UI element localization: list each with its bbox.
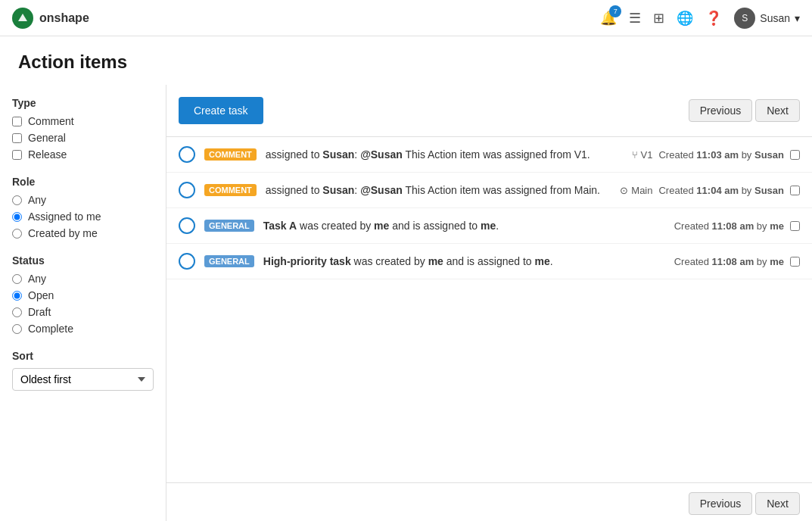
header-left: onshape [12, 8, 89, 29]
type-general-option[interactable]: General [12, 132, 154, 144]
task-tag-comment: COMMENT [204, 148, 257, 161]
role-assigned-option[interactable]: Assigned to me [12, 211, 154, 223]
sort-section: Sort Oldest first Newest first [12, 350, 154, 391]
task-meta: ⊙ Main Created 11:04 am by Susan [620, 185, 800, 196]
status-draft-label: Draft [28, 306, 51, 318]
status-open-radio[interactable] [12, 291, 22, 301]
task-checkbox[interactable] [790, 186, 800, 195]
create-task-button[interactable]: Create task [179, 97, 263, 124]
header-right: 🔔 7 ☰ ⊞ 🌐 ❓ S Susan ▾ [600, 8, 800, 29]
content-area: Create task Previous Next COMMENT assign… [166, 85, 812, 521]
branch-name: Main [631, 185, 652, 196]
role-assigned-label: Assigned to me [28, 211, 101, 223]
task-time: Created 11:08 am by me [674, 256, 784, 267]
type-release-option[interactable]: Release [12, 148, 154, 161]
role-created-label: Created by me [28, 227, 98, 239]
type-release-checkbox[interactable] [12, 150, 22, 160]
pagination-top: Previous Next [689, 99, 800, 122]
type-comment-checkbox[interactable] [12, 117, 22, 126]
role-filter-label: Role [12, 176, 154, 188]
status-complete-radio[interactable] [12, 324, 22, 334]
type-general-checkbox[interactable] [12, 133, 22, 143]
previous-button-top[interactable]: Previous [689, 99, 752, 122]
task-meta: Created 11:08 am by me [674, 220, 800, 232]
type-comment-label: Comment [28, 115, 74, 127]
previous-button-bottom[interactable]: Previous [689, 492, 752, 515]
status-draft-option[interactable]: Draft [12, 306, 154, 318]
task-time: Created 11:08 am by me [674, 220, 784, 232]
task-time: Created 11:03 am by Susan [658, 149, 784, 161]
status-complete-label: Complete [28, 323, 73, 335]
type-filter-section: Type Comment General Release [12, 97, 154, 161]
task-time: Created 11:04 am by Susan [658, 185, 784, 196]
role-any-option[interactable]: Any [12, 194, 154, 206]
task-meta: ⑂ V1 Created 11:03 am by Susan [632, 149, 800, 161]
task-status-circle[interactable] [179, 182, 195, 198]
role-created-radio[interactable] [12, 229, 22, 239]
task-checkbox[interactable] [790, 257, 800, 267]
help-icon[interactable]: ❓ [705, 10, 722, 27]
status-draft-radio[interactable] [12, 307, 22, 317]
logo-icon [12, 8, 33, 29]
role-assigned-radio[interactable] [12, 212, 22, 222]
task-list: COMMENT assigned to Susan: @Susan This A… [166, 137, 812, 482]
page-title: Action items [0, 36, 812, 85]
task-checkbox[interactable] [790, 221, 800, 231]
user-menu-chevron: ▾ [795, 12, 800, 24]
status-filter-label: Status [12, 254, 154, 267]
notification-badge: 7 [609, 5, 621, 17]
role-any-label: Any [28, 194, 46, 206]
task-text: Task A was created by me and is assigned… [263, 220, 665, 232]
task-branch: ⊙ Main [620, 185, 652, 196]
user-name: Susan [760, 12, 790, 24]
status-complete-option[interactable]: Complete [12, 323, 154, 335]
status-any-option[interactable]: Any [12, 273, 154, 285]
status-any-radio[interactable] [12, 274, 22, 284]
type-filter-label: Type [12, 97, 154, 109]
task-item: COMMENT assigned to Susan: @Susan This A… [166, 137, 812, 173]
next-button-top[interactable]: Next [755, 99, 800, 122]
user-menu[interactable]: S Susan ▾ [734, 8, 800, 29]
documents-icon[interactable]: ☰ [629, 10, 641, 27]
sidebar: Type Comment General Release Role Any [0, 85, 166, 521]
status-open-label: Open [28, 289, 54, 301]
role-filter-section: Role Any Assigned to me Created by me [12, 176, 154, 239]
task-item: COMMENT assigned to Susan: @Susan This A… [166, 173, 812, 208]
location-icon: ⊙ [620, 185, 628, 196]
branch-name: V1 [641, 149, 653, 161]
pagination-bottom: Previous Next [689, 492, 800, 515]
sort-select[interactable]: Oldest first Newest first [12, 368, 154, 391]
task-checkbox[interactable] [790, 150, 800, 160]
type-comment-option[interactable]: Comment [12, 115, 154, 127]
header: onshape 🔔 7 ☰ ⊞ 🌐 ❓ S Susan ▾ [0, 0, 812, 36]
task-tag-general: GENERAL [204, 220, 254, 232]
next-button-bottom[interactable]: Next [755, 492, 800, 515]
main-layout: Type Comment General Release Role Any [0, 85, 812, 521]
branch-icon: ⑂ [632, 149, 638, 161]
task-item: GENERAL Task A was created by me and is … [166, 208, 812, 244]
task-tag-comment: COMMENT [204, 184, 257, 196]
type-release-label: Release [28, 148, 67, 161]
globe-icon[interactable]: 🌐 [677, 10, 693, 27]
logo-text: onshape [39, 11, 89, 25]
role-created-option[interactable]: Created by me [12, 227, 154, 239]
task-status-circle[interactable] [179, 253, 195, 270]
task-tag-general: GENERAL [204, 255, 254, 267]
task-branch: ⑂ V1 [632, 149, 653, 161]
task-status-circle[interactable] [179, 146, 195, 163]
content-header: Create task Previous Next [166, 85, 812, 137]
task-text: High-priority task was created by me and… [263, 255, 665, 267]
svg-marker-0 [18, 14, 27, 21]
user-avatar: S [734, 8, 755, 29]
task-text: assigned to Susan: @Susan This Action it… [266, 148, 623, 161]
role-any-radio[interactable] [12, 195, 22, 205]
status-any-label: Any [28, 273, 46, 285]
notification-icon[interactable]: 🔔 7 [600, 10, 617, 27]
task-text: assigned to Susan: @Susan This Action it… [266, 184, 611, 196]
task-status-circle[interactable] [179, 217, 195, 234]
grid-icon[interactable]: ⊞ [653, 10, 664, 27]
status-filter-section: Status Any Open Draft Complete [12, 254, 154, 335]
type-general-label: General [28, 132, 66, 144]
status-open-option[interactable]: Open [12, 289, 154, 301]
task-meta: Created 11:08 am by me [674, 256, 800, 267]
